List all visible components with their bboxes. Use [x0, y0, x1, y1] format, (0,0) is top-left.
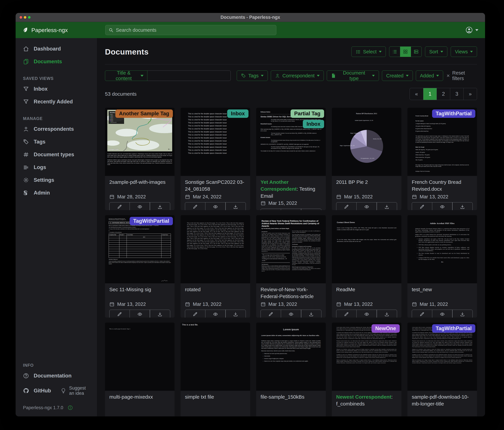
minimize-window-button[interactable]	[24, 16, 26, 19]
view-document-button[interactable]	[205, 310, 226, 318]
document-thumbnail[interactable]: Review of New York Federal Petitions for…	[256, 215, 326, 283]
document-correspondent-link[interactable]: Newest Correspondent	[336, 394, 391, 400]
view-list-button[interactable]	[389, 47, 400, 57]
sidebar-item-recently-added[interactable]: Recently Added	[16, 95, 97, 108]
edit-document-button[interactable]	[412, 310, 432, 318]
document-card[interactable]: Adobe Acrobat PDF FilesAdobe® Portable D…	[407, 215, 477, 318]
view-document-button[interactable]	[281, 209, 301, 210]
view-document-button[interactable]	[356, 202, 377, 210]
document-card[interactable]: French Country BreadFor the Leaven1 heap…	[407, 108, 477, 210]
zoom-window-button[interactable]	[28, 16, 30, 19]
document-thumbnail[interactable]: French Country BreadFor the Leaven1 heap…	[407, 108, 477, 176]
document-thumbnail[interactable]: This is the text that appears on the fir…	[180, 215, 250, 283]
sort-button[interactable]: Sort	[425, 47, 447, 57]
search-input[interactable]	[116, 27, 273, 33]
document-card[interactable]: This is a multi page document. Page 1.mu…	[105, 323, 175, 416]
view-document-button[interactable]	[130, 310, 150, 318]
document-card[interactable]: This is a test file.simple txt file	[180, 323, 250, 416]
view-document-button[interactable]	[205, 202, 226, 210]
sidebar-item-settings[interactable]: Settings	[16, 174, 97, 187]
document-card[interactable]: Application for Medical Staff Membership…	[105, 215, 175, 318]
filter-document-type-button[interactable]: Document type	[327, 71, 379, 81]
document-thumbnail[interactable]: Release NotesSimba ODBC Driver for SQL S…	[256, 108, 326, 176]
sidebar-item-correspondents[interactable]: Correspondents	[16, 123, 97, 135]
edit-document-button[interactable]	[185, 310, 205, 318]
document-thumbnail[interactable]: Application for Medical Staff Membership…	[105, 215, 175, 283]
filter-title-content-button[interactable]: Title & content	[105, 71, 147, 81]
download-document-button[interactable]	[150, 202, 170, 210]
document-card[interactable]: Lorem ipsum dolor sit amet, consectetur …	[407, 323, 477, 416]
pagination-button-3[interactable]: 3	[450, 88, 463, 100]
pagination-button-1[interactable]: 1	[423, 88, 437, 100]
view-grid-button[interactable]	[400, 47, 411, 57]
sidebar-item-logs[interactable]: Logs	[16, 161, 97, 174]
edit-document-button[interactable]	[185, 202, 205, 210]
download-document-button[interactable]	[225, 202, 246, 210]
sidebar-item-admin[interactable]: Admin	[16, 187, 97, 199]
select-button[interactable]: Select	[351, 47, 386, 57]
edit-document-button[interactable]	[261, 310, 281, 318]
download-document-button[interactable]	[150, 310, 170, 318]
search-box[interactable]	[105, 25, 276, 35]
sidebar-item-document-types[interactable]: Document types	[16, 148, 97, 161]
views-button[interactable]: Views	[451, 47, 477, 57]
filter-created-button[interactable]: Created	[382, 71, 413, 81]
document-thumbnail[interactable]: Lorem ipsum dolor sit amet, consectetur …	[407, 323, 477, 391]
view-document-button[interactable]	[130, 202, 150, 210]
edit-document-button[interactable]	[261, 209, 281, 210]
sidebar-item-suggest-an-idea[interactable]: Suggest an idea	[58, 382, 97, 399]
sidebar-item-documentation[interactable]: Documentation	[16, 369, 97, 382]
document-card[interactable]: Lorem ipsum dolor sit amet, consectetur …	[332, 323, 401, 416]
filter-correspondent-button[interactable]: Correspondent	[271, 71, 324, 81]
download-document-button[interactable]	[301, 209, 321, 210]
document-card[interactable]: Review of New York Federal Petitions for…	[256, 215, 326, 318]
document-thumbnail[interactable]: Lorem ipsum dolor sit amet, consectetur …	[332, 323, 401, 391]
view-document-button[interactable]	[432, 310, 452, 318]
sidebar-item-github[interactable]: GitHub	[16, 384, 58, 397]
pagination-next-button[interactable]: »	[463, 88, 477, 100]
tag-badge-inbox[interactable]: Inbox	[303, 120, 324, 128]
document-thumbnail[interactable]: This is a test file.	[180, 323, 250, 391]
download-document-button[interactable]	[377, 202, 397, 210]
tag-badge-tagwithpartial[interactable]: TagWithPartial	[432, 109, 475, 118]
download-document-button[interactable]	[377, 310, 397, 318]
document-card[interactable]: This is the text that appears on the fir…	[180, 215, 250, 318]
edit-document-button[interactable]	[412, 202, 432, 210]
document-thumbnail[interactable]: Contact Sheet DemoGiven a set of image f…	[332, 215, 401, 283]
document-thumbnail[interactable]: This is a test for the double space char…	[180, 108, 250, 176]
edit-document-button[interactable]	[109, 310, 130, 318]
document-card[interactable]: Contact Sheet DemoGiven a set of image f…	[332, 215, 401, 318]
document-card[interactable]: Lorem ipsumLorem ipsum dolor sit amet, c…	[256, 323, 326, 416]
brand-link[interactable]: Paperless-ngx	[22, 27, 68, 33]
tag-badge-tagwithpartial[interactable]: TagWithPartial	[130, 217, 173, 225]
close-window-button[interactable]	[20, 16, 22, 19]
edit-document-button[interactable]	[336, 310, 357, 318]
document-card[interactable]: This is a test for the double space char…	[180, 108, 250, 210]
document-thumbnail[interactable]: Boundary Waters TripLegend:Day 1Day 2Day…	[105, 108, 175, 176]
edit-document-button[interactable]	[336, 202, 357, 210]
document-thumbnail[interactable]: Lorem ipsumLorem ipsum dolor sit amet, c…	[256, 323, 326, 391]
filter-added-button[interactable]: Added	[416, 71, 443, 81]
download-document-button[interactable]	[452, 310, 473, 318]
document-card[interactable]: Patient BP Distribution 2011Normal, 151,…	[332, 108, 401, 210]
sidebar-item-tags[interactable]: Tags	[16, 135, 97, 148]
download-document-button[interactable]	[225, 310, 246, 318]
tag-badge-tagwithpartial[interactable]: TagWithPartial	[432, 324, 475, 333]
tag-badge-partial-tag[interactable]: Partial Tag	[291, 109, 324, 118]
pagination-prev-button[interactable]: «	[410, 88, 423, 100]
view-document-button[interactable]	[281, 310, 301, 318]
document-thumbnail[interactable]: This is a multi page document. Page 1.	[105, 323, 175, 391]
document-thumbnail[interactable]: Patient BP Distribution 2011Normal, 151,…	[332, 108, 401, 176]
reset-filters-button[interactable]: Reset filters	[446, 70, 477, 81]
document-card[interactable]: Boundary Waters TripLegend:Day 1Day 2Day…	[105, 108, 175, 210]
document-thumbnail[interactable]: Adobe Acrobat PDF FilesAdobe® Portable D…	[407, 215, 477, 283]
tag-badge-inbox[interactable]: Inbox	[227, 109, 249, 118]
sidebar-item-documents[interactable]: Documents	[16, 55, 97, 68]
view-document-button[interactable]	[432, 202, 452, 210]
edit-document-button[interactable]	[109, 202, 130, 210]
tag-badge-another-sample-tag[interactable]: Another Sample Tag	[115, 109, 173, 118]
filter-query-input[interactable]	[147, 71, 231, 81]
view-document-button[interactable]	[356, 310, 377, 318]
pagination-button-2[interactable]: 2	[437, 88, 450, 100]
sidebar-item-dashboard[interactable]: Dashboard	[16, 42, 97, 55]
